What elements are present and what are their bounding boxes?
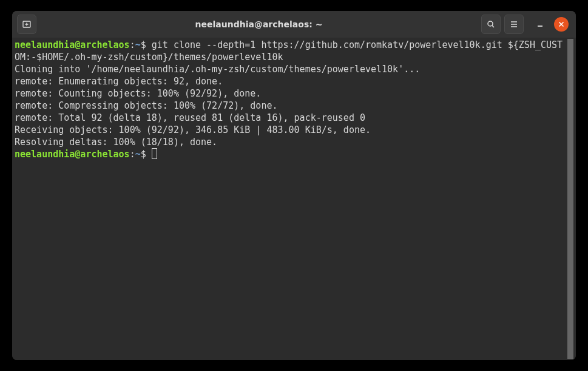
titlebar-left <box>17 15 36 34</box>
titlebar: neelaundhia@archelaos: ~ <box>12 11 576 38</box>
output-line: remote: Total 92 (delta 18), reused 81 (… <box>15 112 567 124</box>
window-title: neelaundhia@archelaos: ~ <box>40 19 478 29</box>
cursor <box>152 148 157 159</box>
output-line: Resolving deltas: 100% (18/18), done. <box>15 136 567 148</box>
minimize-icon <box>536 20 544 29</box>
new-tab-button[interactable] <box>17 15 36 34</box>
menu-button[interactable] <box>504 15 524 34</box>
titlebar-right <box>481 15 571 34</box>
prompt-dollar: $ <box>141 149 146 160</box>
search-button[interactable] <box>481 15 501 34</box>
prompt-user-host: neelaundhia@archelaos <box>15 39 130 50</box>
prompt-colon: : <box>130 39 135 50</box>
output-line: remote: Counting objects: 100% (92/92), … <box>15 87 567 100</box>
output-line: remote: Enumerating objects: 92, done. <box>15 75 567 87</box>
search-icon <box>486 19 496 29</box>
minimize-button[interactable] <box>532 16 548 32</box>
output-line: Cloning into '/home/neelaundhia/.oh-my-z… <box>15 63 567 75</box>
prompt-path: ~ <box>135 39 141 50</box>
svg-line-4 <box>492 26 494 27</box>
scrollbar[interactable] <box>567 39 573 359</box>
prompt-path: ~ <box>135 149 141 160</box>
output-line: remote: Compressing objects: 100% (72/72… <box>15 100 567 112</box>
terminal-content: neelaundhia@archelaos:~$ git clone --dep… <box>15 39 567 359</box>
terminal-window: neelaundhia@archelaos: ~ <box>12 11 576 360</box>
prompt-dollar: $ <box>141 39 146 50</box>
close-icon <box>558 21 564 27</box>
terminal-body[interactable]: neelaundhia@archelaos:~$ git clone --dep… <box>12 38 576 360</box>
hamburger-icon <box>509 19 519 29</box>
close-button[interactable] <box>554 17 569 32</box>
scrollbar-thumb[interactable] <box>567 39 573 359</box>
output-line: Receiving objects: 100% (92/92), 346.85 … <box>15 124 567 136</box>
new-tab-icon <box>22 19 32 29</box>
prompt-colon: : <box>130 149 135 160</box>
svg-point-3 <box>488 21 493 26</box>
prompt-user-host: neelaundhia@archelaos <box>15 149 130 160</box>
